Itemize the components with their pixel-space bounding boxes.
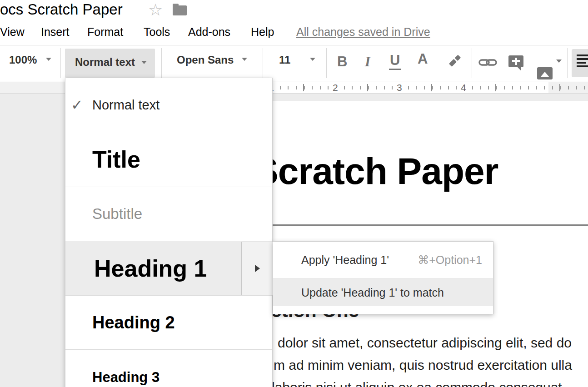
check-icon: ✓ — [71, 96, 83, 114]
toolbar-separator — [472, 48, 472, 78]
star-icon[interactable]: ☆ — [148, 0, 163, 20]
paragraph-styles-menu: ✓ Normal text Title Subtitle Heading 1 H… — [65, 78, 273, 387]
menu-item-subtitle[interactable]: Subtitle — [65, 187, 272, 241]
menu-tools[interactable]: Tools — [144, 25, 170, 39]
styles-caret-icon — [141, 61, 147, 64]
menu-item-normal-text[interactable]: ✓ Normal text — [65, 78, 272, 132]
submenu-arrow-icon — [255, 265, 260, 272]
toolbar-separator — [263, 48, 263, 78]
keyboard-shortcut: ⌘+Option+1 — [418, 253, 482, 267]
menu-item-label: Subtitle — [65, 205, 142, 223]
submenu-item-apply-heading-1[interactable]: Apply 'Heading 1' ⌘+Option+1 — [273, 242, 493, 278]
menubar: View Insert Format Tools Add-ons Help Al… — [0, 20, 588, 45]
heading-1-submenu: Apply 'Heading 1' ⌘+Option+1 Update 'Hea… — [273, 241, 493, 314]
document-body-line[interactable]: dolor sit amet, consectetur adipiscing e… — [278, 335, 572, 351]
toolbar-separator — [326, 48, 327, 78]
insert-comment-icon[interactable] — [508, 55, 523, 67]
align-button[interactable] — [572, 49, 588, 77]
font-select[interactable]: Open Sans — [177, 54, 234, 66]
document-title-text[interactable]: Scratch Paper — [254, 150, 498, 193]
heading-1-submenu-toggle[interactable] — [241, 242, 273, 295]
paint-format-icon[interactable] — [446, 53, 463, 69]
save-status-link[interactable]: All changes saved in Drive — [296, 25, 430, 39]
zoom-caret-icon[interactable] — [46, 58, 51, 61]
toolbar-separator — [60, 48, 61, 78]
comment-tail — [517, 67, 521, 71]
document-body-line[interactable]: m ad minim veniam, quis nostrud exercita… — [274, 357, 572, 373]
titlebar: ocs Scratch Paper ☆ — [0, 0, 588, 20]
ruler-mark-3: 3 — [394, 82, 404, 93]
menu-help[interactable]: Help — [251, 25, 274, 39]
menu-item-title[interactable]: Title — [65, 132, 272, 187]
align-bar — [577, 58, 588, 60]
document-name[interactable]: ocs Scratch Paper — [0, 1, 123, 18]
text-color-icon[interactable]: A — [418, 51, 428, 67]
insert-image-icon[interactable] — [537, 67, 553, 79]
paragraph-styles-value: Normal text — [75, 56, 135, 69]
menu-item-label: Heading 1 — [65, 255, 207, 282]
folder-icon[interactable] — [173, 5, 187, 15]
zoom-select[interactable]: 100% — [9, 54, 37, 66]
image-caret-icon[interactable] — [556, 60, 562, 63]
menu-item-label: Title — [65, 146, 140, 173]
submenu-item-label: Update 'Heading 1' to match — [273, 286, 444, 299]
underline-icon[interactable]: U — [389, 52, 401, 70]
toolbar-separator — [161, 48, 162, 78]
align-bar — [577, 65, 588, 67]
font-size-caret-icon[interactable] — [310, 58, 315, 61]
menu-item-heading-3[interactable]: Heading 3 — [65, 349, 272, 387]
menu-item-label: Heading 2 — [65, 313, 175, 332]
align-bar — [577, 62, 586, 64]
document-body-line[interactable]: laboris nisi ut aliquip ex ea commodo co… — [272, 380, 562, 387]
font-size-select[interactable]: 11 — [279, 54, 290, 66]
menu-insert[interactable]: Insert — [41, 25, 70, 39]
menu-view[interactable]: View — [0, 25, 25, 39]
font-caret-icon[interactable] — [242, 58, 247, 61]
ruler-mark-2: 2 — [330, 82, 340, 93]
menu-item-label: Heading 3 — [65, 369, 159, 386]
menu-format[interactable]: Format — [87, 25, 123, 39]
toolbar-separator — [567, 48, 568, 78]
menu-item-heading-2[interactable]: Heading 2 — [65, 295, 272, 349]
paragraph-styles-button[interactable]: Normal text — [65, 49, 155, 78]
menu-addons[interactable]: Add-ons — [188, 25, 230, 39]
submenu-item-label: Apply 'Heading 1' — [273, 253, 389, 267]
submenu-item-update-heading-1[interactable]: Update 'Heading 1' to match — [273, 279, 493, 306]
toolbar: 100% Normal text Open Sans 11 B I U A — [0, 45, 588, 81]
insert-link-icon[interactable] — [478, 55, 498, 71]
ruler-mark-4: 4 — [458, 82, 468, 93]
align-bar — [577, 55, 588, 56]
bold-icon[interactable]: B — [337, 54, 347, 70]
italic-icon[interactable]: I — [365, 54, 370, 70]
